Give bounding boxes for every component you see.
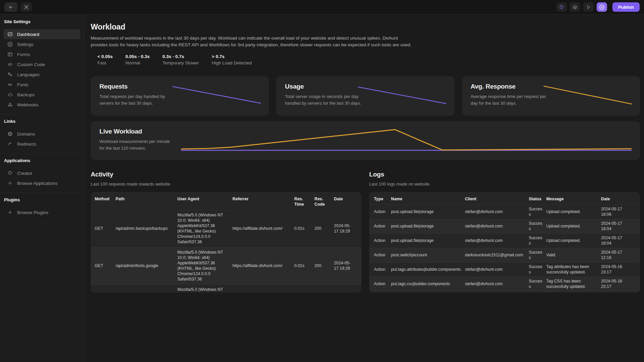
globe-icon [7, 131, 13, 137]
sidebar-item-webhooks[interactable]: Webhooks [3, 100, 80, 110]
live-workload-description: Workload measurements per minute for the… [99, 138, 173, 151]
sidebar-item-label: Redirects [17, 142, 36, 147]
sidebar-divider [0, 222, 84, 222]
logs-subtitle: Last 100 logs made on website. [369, 182, 640, 187]
table-row: Actionpost.upload.file|storagestefan@div… [369, 205, 640, 219]
sidebar-item-label: Dashboard [17, 32, 39, 37]
cell-date: 2024-05-17 19:29 [334, 258, 357, 274]
cell-date: 2024-05-16 23:17 [601, 277, 635, 291]
preview-play-button[interactable] [583, 2, 594, 12]
avg-response-chart [544, 85, 632, 106]
layers-button[interactable] [570, 2, 580, 12]
cell-path: /api/admin.backups/backups [116, 224, 177, 234]
cube-scan-button[interactable] [20, 2, 32, 12]
cell-message: Tag attributes has been successfully upd… [546, 263, 601, 277]
sidebar-item-backups[interactable]: Backups [3, 90, 80, 100]
table-row: Actionput.tags.css|builder.componentsste… [369, 277, 640, 291]
publish-button[interactable]: Publish [612, 2, 640, 12]
sidebar-item-forms[interactable]: Forms [3, 49, 80, 59]
table-row: Mozilla/5.0 (Windows NT 10.0; Win64; x64… [91, 285, 361, 293]
cell-status: Success [529, 234, 546, 248]
layers-icon [572, 4, 578, 10]
cell-type: Action [374, 208, 391, 216]
table-row: Actionpost.switch|accountdarkovuckovic15… [369, 248, 640, 262]
sidebar-item-browse-applications[interactable]: Browse Applications [3, 178, 80, 188]
card-avg-response: Avg. ResponseAverage response time per r… [462, 76, 640, 116]
column-header-status: Status [529, 197, 546, 202]
requests-chart [173, 85, 260, 106]
sidebar-item-domains[interactable]: Domains [3, 129, 80, 139]
activity-table: MethodPathUser AgentReferrerRes. TimeRes… [91, 192, 361, 293]
column-header-name: Name [391, 197, 465, 202]
column-header-user-agent: User Agent [177, 197, 232, 202]
sidebar-item-redirects[interactable]: Redirects [3, 139, 80, 149]
table-row: GET/api/admin.backups/backupsMozilla/5.0… [91, 210, 361, 247]
cell-res_code: 200 [314, 224, 334, 234]
sidebar-item-languages[interactable]: Languages [3, 69, 80, 80]
sidebar-item-custom-code[interactable]: Custom Code [3, 59, 80, 69]
sidebar-divider [0, 193, 84, 193]
cell-res_time: 0.02s [294, 224, 314, 234]
sidebar-item-label: Forms [17, 52, 30, 57]
cell-type: Action [374, 222, 391, 231]
back-icon [8, 4, 14, 10]
sidebar-item-settings[interactable]: Settings [3, 39, 80, 49]
sidebar-item-dashboard[interactable]: Dashboard [3, 29, 80, 39]
code-icon [7, 62, 13, 67]
legend-value: 0.05s - 0.3s [125, 54, 149, 59]
cell-client: stefan@divhunt.com [465, 208, 529, 216]
table-header-row: MethodPathUser AgentReferrerRes. TimeRes… [91, 192, 361, 210]
cell-referrer: https://affiliate.divhunt.com/ [232, 261, 294, 271]
sidebar-item-label: Browse Plugins [17, 210, 48, 215]
cell-message: Tag CSS has been successfully updated. [546, 292, 601, 293]
usage-chart [358, 85, 446, 106]
cell-status: Success [529, 277, 546, 291]
workload-description: Measurement of workload requests in the … [91, 35, 416, 48]
gear-icon [7, 42, 13, 47]
cell-type: Action [374, 265, 391, 274]
cell-name: post.switch|account [391, 251, 465, 260]
cell-name: post.upload.file|storage [391, 237, 465, 245]
logs-title: Logs [369, 171, 640, 178]
cell-status: Success [529, 205, 546, 219]
cube-scan-icon [24, 4, 29, 10]
table-row: Actionpost.upload.file|storagestefan@div… [369, 219, 640, 234]
topbar-left-actions [4, 2, 32, 12]
table-row: Actionput.tags.attributes|builder.compon… [369, 262, 640, 277]
workload-legend: < 0.05sFast0.05s - 0.3sNormal0.3s - 0.7s… [97, 54, 640, 65]
dashboard-icon [7, 32, 13, 37]
logs-section: Logs Last 100 logs made on website. Type… [369, 171, 640, 293]
back-button[interactable] [4, 2, 17, 12]
sidebar-item-fonts[interactable]: AaFonts [3, 80, 80, 90]
card-requests: RequestsTotal requests per day handled b… [91, 76, 269, 116]
hexagon-icon [7, 170, 13, 176]
cell-status: Success [529, 248, 546, 262]
cell-user_agent: Mozilla/5.0 (Windows NT 10.0; Win64; x64… [177, 210, 232, 247]
cell-type: Action [374, 237, 391, 245]
column-header-type: Type [374, 197, 391, 202]
legend-item-temporary-slower: 0.3s - 0.7sTemporary Slower [162, 54, 199, 65]
fonts-icon: Aa [7, 82, 13, 87]
activity-section: Activity Last 100 requests made towards … [91, 171, 361, 293]
column-header-date: Date [601, 197, 635, 202]
main-content: Workload Measurement of workload request… [84, 14, 644, 362]
builder-hexagon-button[interactable] [556, 2, 567, 12]
cell-message: Upload completed. [546, 208, 601, 216]
legend-value: 0.3s - 0.7s [162, 54, 199, 59]
legend-label: High Load Detected [212, 60, 252, 65]
card-description: Average response time per request per da… [471, 93, 549, 106]
live-workload-title: Live Workload [99, 128, 173, 135]
sidebar-item-label: Fonts [17, 82, 29, 87]
cell-date: 2024-05-17 18:06 [601, 205, 635, 219]
sidebar-item-creator[interactable]: Creator [3, 168, 80, 178]
table-row: Actionpost.upload.file|storagestefan@div… [369, 234, 640, 248]
plus-icon [7, 180, 13, 186]
cell-res_code: 200 [314, 261, 334, 271]
column-header-method: Method [95, 197, 116, 202]
settings-gear-button[interactable] [597, 2, 607, 12]
cell-name: put.tags.attributes|builder.components [391, 265, 465, 274]
redirect-icon [7, 141, 13, 147]
sidebar-item-browse-plugins[interactable]: Browse Plugins [3, 207, 80, 217]
app-shell: Site SettingsDashboardSettingsFormsCusto… [0, 14, 644, 362]
card-description: Total server usage in seconds per day ha… [285, 93, 363, 106]
